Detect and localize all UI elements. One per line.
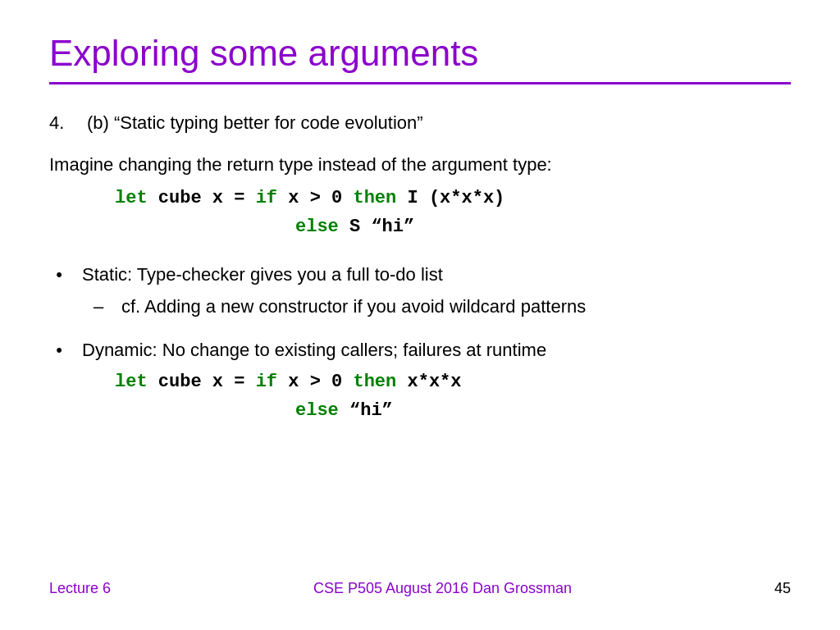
point-4: 4. (b) “Static typing better for code ev… [49,109,791,136]
bullet1-text: Static: Type-checker gives you a full to… [82,261,443,288]
footer-right: 45 [774,580,791,597]
code2-line1: let cube x = if x > 0 then x*x*x [115,368,791,395]
bullet-item-1: • Static: Type-checker gives you a full … [49,261,791,288]
code1-black3: I (x*x*x) [396,188,504,208]
code2-kw-else: else [295,400,339,421]
code2-black2: x > 0 [277,372,353,392]
bullet2-dot: • [49,336,69,363]
bullet1-dot: • [49,261,69,288]
code2-black3: x*x*x [396,372,461,392]
code1-black-else: S “hi” [339,217,414,237]
code2-line2: else “hi” [115,397,791,424]
code2-black1: cube x = [148,372,256,392]
imagine-line: Imagine changing the return type instead… [49,151,791,178]
footer-left: Lecture 6 [49,580,111,597]
bullet-section-2: • Dynamic: No change to existing callers… [49,336,791,424]
code1-line1: let cube x = if x > 0 then I (x*x*x) [115,185,791,212]
code1-line2: else S “hi” [115,213,791,240]
code1-black2: x > 0 [277,188,353,208]
bullet-item-2: • Dynamic: No change to existing callers… [49,336,791,363]
point-number: 4. [49,109,74,136]
code1-kw-else: else [295,217,339,237]
sub1-dash: – [89,293,108,320]
bullet2-text: Dynamic: No change to existing callers; … [82,336,546,363]
sub-bullet-1: – cf. Adding a new constructor if you av… [89,293,791,320]
slide-footer: Lecture 6 CSE P505 August 2016 Dan Gross… [49,572,791,597]
footer-center: CSE P505 August 2016 Dan Grossman [313,580,572,597]
bullet-section-1: • Static: Type-checker gives you a full … [49,261,791,320]
code1-kw-let: let [115,188,148,208]
code2-kw-then: then [353,372,396,392]
slide-content: 4. (b) “Static typing better for code ev… [49,109,791,572]
code1-black1: cube x = [148,188,256,208]
code2-kw-if: if [256,372,277,392]
slide-title: Exploring some arguments [49,33,791,74]
code2-black-else: “hi” [339,400,393,421]
code-block-2: let cube x = if x > 0 then x*x*x else “h… [49,368,791,424]
point-label: (b) “Static typing better for code evolu… [87,109,423,136]
title-underline [49,82,791,84]
sub1-text: cf. Adding a new constructor if you avoi… [121,293,586,320]
code-block-1: let cube x = if x > 0 then I (x*x*x) els… [49,185,791,240]
code1-kw-if: if [256,188,277,208]
code2-kw-let: let [115,372,148,392]
code1-kw-then: then [353,188,396,208]
slide: Exploring some arguments 4. (b) “Static … [0,0,840,630]
